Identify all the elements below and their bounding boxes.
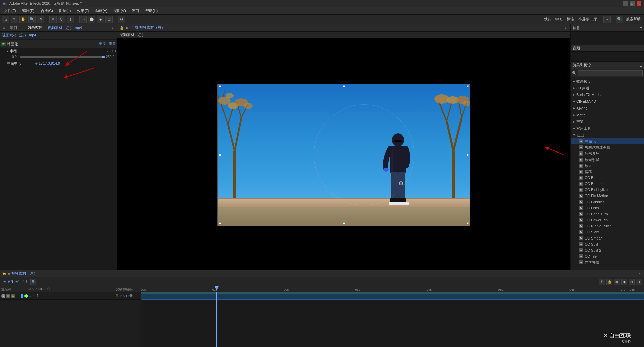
- workspace-more[interactable]: »: [603, 16, 611, 23]
- motion-blur-btn[interactable]: ◉: [621, 279, 627, 285]
- home-button[interactable]: ⌂: [2, 16, 9, 23]
- reset-label[interactable]: 重置: [109, 42, 116, 46]
- layer-eyeball-icon[interactable]: ●: [1, 294, 5, 298]
- panel-options-icon[interactable]: ≡: [110, 26, 115, 30]
- category-boris[interactable]: ▶ Boris FX Mocha: [571, 91, 644, 98]
- effect-cc-page-turn[interactable]: fx CC Page Turn: [571, 211, 644, 217]
- pin-marker-btn[interactable]: ⎗: [599, 279, 605, 285]
- comp-options-icon[interactable]: ≡: [563, 26, 568, 30]
- tab-footage[interactable]: 视频素材（总）.mp4: [46, 25, 84, 31]
- effect-reset-button[interactable]: 半径: [99, 42, 106, 46]
- tab-effect-controls[interactable]: 效果控件: [26, 24, 44, 31]
- panel-menu-icon[interactable]: ≡: [2, 26, 7, 30]
- effect-offset[interactable]: fx 偏移: [571, 169, 644, 175]
- brush-tool[interactable]: ⬤: [88, 16, 95, 23]
- close-button[interactable]: ✕: [637, 1, 641, 6]
- right-panel-menu-icon[interactable]: ≡: [640, 26, 642, 30]
- effect-cc-lens[interactable]: fx CC Lens: [571, 205, 644, 211]
- timeline-track-area[interactable]: [141, 292, 644, 347]
- frame-blend-btn[interactable]: ⊡: [629, 279, 635, 285]
- effect-cc-bender[interactable]: fx CC Bender: [571, 181, 644, 187]
- layer-solo-icon[interactable]: ◉: [6, 294, 10, 298]
- timeline-timecode[interactable]: 0:00:01:11: [2, 279, 29, 284]
- corner-bl[interactable]: [219, 222, 221, 224]
- text-tool[interactable]: T: [67, 16, 74, 23]
- effect-magnify[interactable]: fx 放大: [571, 163, 644, 169]
- mask-tool[interactable]: ⬡: [58, 16, 65, 23]
- tab-project[interactable]: 项目: [8, 25, 19, 31]
- workspace-library[interactable]: 库: [592, 17, 598, 22]
- category-matte[interactable]: ▶ Matte: [571, 112, 644, 118]
- search-icon[interactable]: 🔍: [616, 16, 623, 23]
- minimize-button[interactable]: ─: [623, 1, 628, 6]
- roto-tool[interactable]: ⊙: [118, 16, 125, 23]
- menu-window[interactable]: 窗口: [129, 8, 142, 14]
- select-tool[interactable]: ↖: [11, 16, 18, 23]
- category-effects-presets[interactable]: ▶ 效果预设: [571, 78, 644, 85]
- category-distort[interactable]: ▼ 扭曲: [571, 132, 644, 138]
- graph-editor-btn[interactable]: ⩧: [636, 279, 642, 285]
- effect-bezier-warp[interactable]: fx 贝塞尔曲线变形: [571, 144, 644, 150]
- hand-tool[interactable]: ✋: [19, 16, 27, 23]
- effect-cc-tiler[interactable]: fx CC Tiler: [571, 253, 644, 259]
- playhead[interactable]: [216, 292, 217, 347]
- effect-spherize[interactable]: fx 球面化: [571, 138, 644, 144]
- category-cinema4d[interactable]: ▶ CINEMA 4D: [571, 98, 644, 105]
- maximize-button[interactable]: □: [630, 1, 635, 6]
- menu-view[interactable]: 视图(V): [111, 8, 129, 14]
- radius-slider[interactable]: [20, 56, 105, 58]
- layer-lock-icon[interactable]: 🔒: [11, 294, 15, 298]
- zoom-tool[interactable]: 🔍: [28, 16, 36, 23]
- center-crosshair-icon[interactable]: ⊕: [35, 62, 38, 66]
- category-channel[interactable]: ▶ 声道: [571, 118, 644, 125]
- timeline-lock-icon[interactable]: 🔒: [2, 271, 7, 276]
- workspace-default[interactable]: 默认: [543, 17, 553, 22]
- effect-cc-griddler[interactable]: fx CC Griddler: [571, 199, 644, 205]
- effect-cc-split[interactable]: fx CC Split: [571, 241, 644, 247]
- comp-lock-icon[interactable]: 🔒: [119, 26, 124, 30]
- lock-layer-btn[interactable]: 🔒: [606, 279, 612, 285]
- camera-rotate-tool[interactable]: ↻: [37, 16, 44, 23]
- effect-cc-bend-it[interactable]: fx CC Bend It: [571, 175, 644, 181]
- radius-value[interactable]: 250.0: [106, 49, 116, 53]
- eraser-tool[interactable]: ◻: [105, 16, 113, 23]
- layer-parent-icon[interactable]: ⊙: [126, 294, 129, 298]
- menu-composition[interactable]: 合成(C): [38, 8, 56, 14]
- timeline-options-icon[interactable]: ≡: [637, 271, 642, 276]
- effect-cc-blobbylize[interactable]: fx CC Blobbylize: [571, 187, 644, 193]
- layer-switch-fx[interactable]: fx: [123, 294, 125, 298]
- workspace-learn[interactable]: 学习: [554, 17, 564, 22]
- search-frame-btn[interactable]: 🔍: [30, 279, 36, 285]
- collapse-arrow[interactable]: ▾: [7, 49, 8, 53]
- layer-switch-solo[interactable]: 单: [116, 294, 119, 298]
- layer-switch-arrow[interactable]: ↗: [119, 294, 122, 298]
- corner-br[interactable]: [467, 222, 469, 224]
- layer-color-swatch[interactable]: [21, 294, 23, 298]
- effect-wave-warp[interactable]: fx 波形条纹: [571, 150, 644, 157]
- category-utility[interactable]: ▶ 实用工具: [571, 125, 644, 132]
- pen-tool[interactable]: ✏: [49, 16, 57, 23]
- menu-file[interactable]: 文件(F): [1, 8, 19, 14]
- menu-animation[interactable]: 动画(A): [93, 8, 110, 14]
- category-3d-channel[interactable]: ▶ 3D 声道: [571, 85, 644, 91]
- category-keying[interactable]: ▶ Keying: [571, 105, 644, 112]
- effect-cc-ripple[interactable]: fx CC Ripple Pulse: [571, 223, 644, 229]
- effect-optical-comp2[interactable]: fx 光学补偿: [571, 259, 644, 265]
- shape-tool[interactable]: ▭: [79, 16, 87, 23]
- effect-cc-smear[interactable]: fx CC Smear: [571, 235, 644, 241]
- workspace-standard[interactable]: 标准: [565, 17, 576, 22]
- menu-layer[interactable]: 图层(L): [56, 8, 73, 14]
- menu-help[interactable]: 帮助(H): [143, 8, 160, 14]
- sphere-center-marker[interactable]: [399, 181, 403, 185]
- center-value[interactable]: 1717.0,914.9: [39, 61, 60, 66]
- handle-right[interactable]: [467, 154, 469, 156]
- corner-tr[interactable]: [467, 85, 469, 87]
- handle-left[interactable]: [219, 154, 221, 156]
- effect-cc-flo-motion[interactable]: fx CC Flo Motion: [571, 193, 644, 199]
- effect-cc-split2[interactable]: fx CC Split 2: [571, 247, 644, 253]
- clone-tool[interactable]: ◈: [97, 16, 104, 23]
- slider-thumb[interactable]: [102, 56, 105, 58]
- menu-effects[interactable]: 效果(T): [74, 8, 92, 14]
- snap-btn[interactable]: ⊞: [614, 279, 620, 285]
- corner-tl[interactable]: [219, 85, 221, 87]
